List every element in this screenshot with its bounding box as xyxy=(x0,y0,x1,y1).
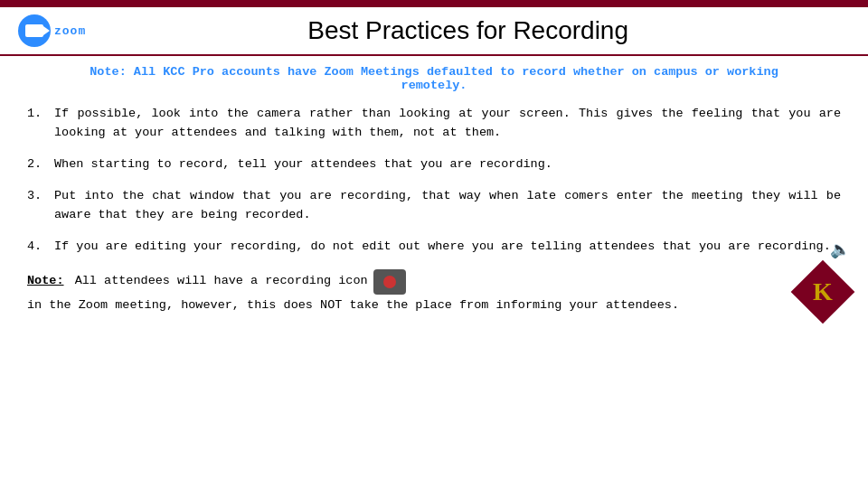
main-content: Note: All KCC Pro accounts have Zoom Mee… xyxy=(0,56,868,324)
note-header: Note: All KCC Pro accounts have Zoom Mee… xyxy=(27,65,841,92)
list-text-1: If possible, look into the camera rather… xyxy=(54,105,841,143)
zoom-logo: zoom xyxy=(18,14,86,47)
list-item-4: 4. If you are editing your recording, do… xyxy=(27,238,841,257)
speaker-icon: 🔈 xyxy=(830,239,850,259)
header: zoom Best Practices for Recording xyxy=(0,7,868,56)
list-num-3: 3. xyxy=(27,187,54,225)
zoom-logo-circle xyxy=(18,14,51,47)
kcc-logo: K xyxy=(796,265,850,319)
diamond-k-letter: K xyxy=(813,277,833,306)
list-num-4: 4. xyxy=(27,238,54,257)
bottom-note-text2: in the Zoom meeting, however, this does … xyxy=(27,296,679,315)
bottom-right-decorations: 🔈 K xyxy=(796,239,850,319)
bottom-note-text1: All attendees will have a recording icon xyxy=(75,272,368,291)
zoom-text: zoom xyxy=(54,24,86,38)
note-bold: Note: All KCC Pro accounts have Zoom Mee… xyxy=(90,65,778,79)
zoom-camera-icon xyxy=(25,24,43,37)
bottom-note: Note: All attendees will have a recordin… xyxy=(27,269,841,315)
top-bar xyxy=(0,0,868,7)
page-title: Best Practices for Recording xyxy=(86,16,850,45)
list-item-3: 3. Put into the chat window that you are… xyxy=(27,187,841,225)
note-header-text: Note: All KCC Pro accounts have Zoom Mee… xyxy=(90,65,778,92)
list-num-2: 2. xyxy=(27,155,54,174)
list-text-2: When starting to record, tell your atten… xyxy=(54,155,841,174)
list-num-1: 1. xyxy=(27,105,54,143)
list-text-4: If you are editing your recording, do no… xyxy=(54,238,841,257)
recording-icon xyxy=(373,269,406,295)
bottom-note-bold: Note: xyxy=(27,272,64,291)
list-item-2: 2. When starting to record, tell your at… xyxy=(27,155,841,174)
list-text-3: Put into the chat window that you are re… xyxy=(54,187,841,225)
note-bold-line2: remotely. xyxy=(401,79,467,92)
list-item-1: 1. If possible, look into the camera rat… xyxy=(27,105,841,143)
recording-dot xyxy=(383,276,396,288)
